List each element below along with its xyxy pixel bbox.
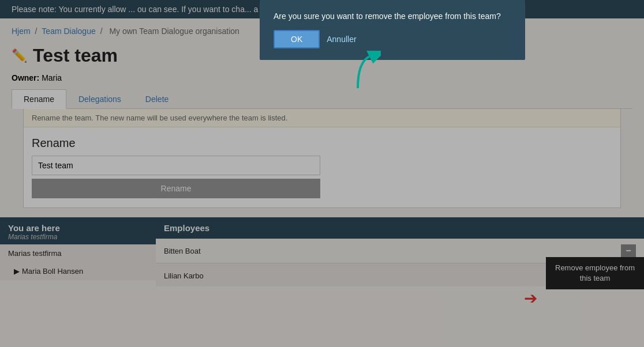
modal-cancel-button[interactable]: Annuller	[327, 35, 356, 44]
teal-arrow	[346, 51, 381, 93]
modal-question: Are you sure you want to remove the empl…	[274, 12, 511, 21]
modal-ok-button[interactable]: OK	[274, 30, 320, 48]
modal-dialog: Are you sure you want to remove the empl…	[260, 0, 525, 60]
modal-buttons: OK Annuller	[274, 30, 511, 48]
